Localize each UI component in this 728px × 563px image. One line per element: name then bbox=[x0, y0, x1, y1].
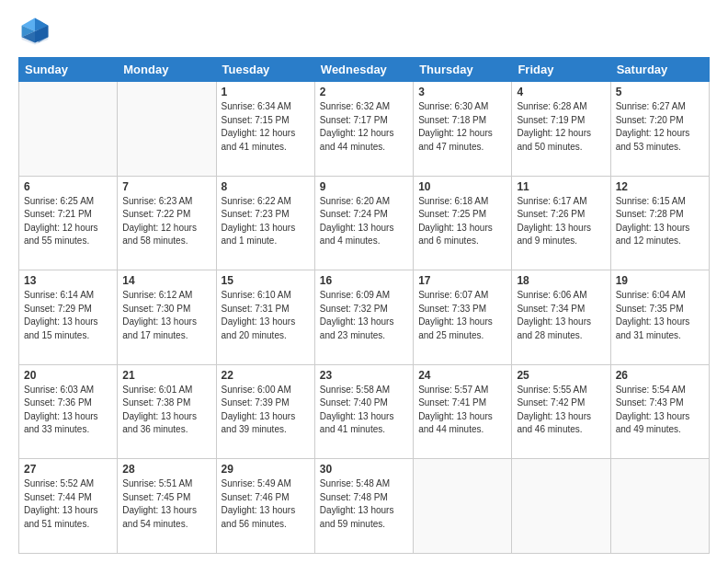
calendar-cell: 8Sunrise: 6:22 AM Sunset: 7:23 PM Daylig… bbox=[216, 176, 314, 270]
header bbox=[18, 15, 710, 48]
day-info: Sunrise: 6:34 AM Sunset: 7:15 PM Dayligh… bbox=[222, 100, 310, 154]
calendar-cell bbox=[414, 459, 512, 554]
logo-icon bbox=[18, 15, 51, 48]
calendar-cell: 24Sunrise: 5:57 AM Sunset: 7:41 PM Dayli… bbox=[414, 364, 512, 459]
calendar-cell: 20Sunrise: 6:03 AM Sunset: 7:36 PM Dayli… bbox=[19, 364, 118, 459]
day-number: 28 bbox=[122, 463, 210, 476]
calendar-table: SundayMondayTuesdayWednesdayThursdayFrid… bbox=[18, 57, 710, 554]
day-number: 4 bbox=[517, 86, 605, 98]
calendar-cell: 1Sunrise: 6:34 AM Sunset: 7:15 PM Daylig… bbox=[216, 82, 314, 177]
day-number: 15 bbox=[222, 274, 310, 287]
col-header-tuesday: Tuesday bbox=[216, 58, 314, 82]
day-info: Sunrise: 6:14 AM Sunset: 7:29 PM Dayligh… bbox=[24, 289, 112, 342]
day-info: Sunrise: 6:23 AM Sunset: 7:22 PM Dayligh… bbox=[122, 195, 210, 248]
day-number: 23 bbox=[320, 369, 408, 382]
day-info: Sunrise: 6:15 AM Sunset: 7:28 PM Dayligh… bbox=[616, 195, 704, 248]
calendar-cell: 22Sunrise: 6:00 AM Sunset: 7:39 PM Dayli… bbox=[216, 364, 314, 459]
day-number: 3 bbox=[418, 86, 506, 98]
day-info: Sunrise: 6:20 AM Sunset: 7:24 PM Dayligh… bbox=[320, 195, 408, 248]
calendar-cell: 30Sunrise: 5:48 AM Sunset: 7:48 PM Dayli… bbox=[314, 459, 413, 554]
calendar-cell: 12Sunrise: 6:15 AM Sunset: 7:28 PM Dayli… bbox=[610, 176, 709, 270]
col-header-wednesday: Wednesday bbox=[314, 58, 413, 82]
day-info: Sunrise: 6:06 AM Sunset: 7:34 PM Dayligh… bbox=[517, 289, 605, 342]
calendar-week-4: 20Sunrise: 6:03 AM Sunset: 7:36 PM Dayli… bbox=[19, 364, 710, 459]
day-number: 16 bbox=[320, 274, 408, 287]
day-number: 29 bbox=[222, 463, 310, 476]
calendar-cell: 3Sunrise: 6:30 AM Sunset: 7:18 PM Daylig… bbox=[414, 82, 512, 177]
day-info: Sunrise: 5:49 AM Sunset: 7:46 PM Dayligh… bbox=[222, 477, 310, 531]
day-number: 24 bbox=[418, 369, 506, 382]
day-number: 5 bbox=[616, 86, 704, 98]
day-number: 26 bbox=[616, 369, 704, 382]
day-info: Sunrise: 5:54 AM Sunset: 7:43 PM Dayligh… bbox=[616, 384, 704, 437]
day-info: Sunrise: 6:10 AM Sunset: 7:31 PM Dayligh… bbox=[222, 289, 310, 342]
day-info: Sunrise: 6:01 AM Sunset: 7:38 PM Dayligh… bbox=[122, 384, 210, 437]
day-info: Sunrise: 6:28 AM Sunset: 7:19 PM Dayligh… bbox=[517, 100, 605, 154]
day-info: Sunrise: 5:55 AM Sunset: 7:42 PM Dayligh… bbox=[517, 384, 605, 437]
calendar-cell: 5Sunrise: 6:27 AM Sunset: 7:20 PM Daylig… bbox=[610, 82, 709, 177]
calendar-week-5: 27Sunrise: 5:52 AM Sunset: 7:44 PM Dayli… bbox=[19, 459, 710, 554]
calendar-cell: 17Sunrise: 6:07 AM Sunset: 7:33 PM Dayli… bbox=[414, 270, 512, 365]
col-header-saturday: Saturday bbox=[610, 58, 709, 82]
calendar-cell: 25Sunrise: 5:55 AM Sunset: 7:42 PM Dayli… bbox=[512, 364, 610, 459]
day-number: 13 bbox=[24, 274, 112, 287]
day-number: 25 bbox=[517, 369, 605, 382]
calendar-week-2: 6Sunrise: 6:25 AM Sunset: 7:21 PM Daylig… bbox=[19, 176, 710, 270]
calendar-cell: 23Sunrise: 5:58 AM Sunset: 7:40 PM Dayli… bbox=[314, 364, 413, 459]
day-number: 27 bbox=[24, 463, 112, 476]
calendar-cell bbox=[610, 459, 709, 554]
day-number: 7 bbox=[122, 180, 210, 193]
day-info: Sunrise: 6:12 AM Sunset: 7:30 PM Dayligh… bbox=[122, 289, 210, 342]
calendar-week-1: 1Sunrise: 6:34 AM Sunset: 7:15 PM Daylig… bbox=[19, 82, 710, 177]
calendar-header-row: SundayMondayTuesdayWednesdayThursdayFrid… bbox=[19, 58, 710, 82]
day-number: 12 bbox=[616, 180, 704, 193]
calendar-cell: 16Sunrise: 6:09 AM Sunset: 7:32 PM Dayli… bbox=[314, 270, 413, 365]
day-info: Sunrise: 6:27 AM Sunset: 7:20 PM Dayligh… bbox=[616, 100, 704, 154]
day-number: 20 bbox=[24, 369, 112, 382]
calendar-cell: 19Sunrise: 6:04 AM Sunset: 7:35 PM Dayli… bbox=[610, 270, 709, 365]
day-number: 17 bbox=[418, 274, 506, 287]
calendar-cell: 15Sunrise: 6:10 AM Sunset: 7:31 PM Dayli… bbox=[216, 270, 314, 365]
calendar-cell: 27Sunrise: 5:52 AM Sunset: 7:44 PM Dayli… bbox=[19, 459, 118, 554]
day-number: 22 bbox=[222, 369, 310, 382]
day-info: Sunrise: 5:58 AM Sunset: 7:40 PM Dayligh… bbox=[320, 384, 408, 437]
calendar-cell: 11Sunrise: 6:17 AM Sunset: 7:26 PM Dayli… bbox=[512, 176, 610, 270]
day-info: Sunrise: 6:32 AM Sunset: 7:17 PM Dayligh… bbox=[320, 100, 408, 154]
col-header-thursday: Thursday bbox=[414, 58, 512, 82]
day-info: Sunrise: 6:17 AM Sunset: 7:26 PM Dayligh… bbox=[517, 195, 605, 248]
logo bbox=[18, 15, 57, 48]
day-number: 30 bbox=[320, 463, 408, 476]
day-number: 11 bbox=[517, 180, 605, 193]
day-info: Sunrise: 6:04 AM Sunset: 7:35 PM Dayligh… bbox=[616, 289, 704, 342]
day-number: 1 bbox=[222, 86, 310, 98]
calendar-cell: 29Sunrise: 5:49 AM Sunset: 7:46 PM Dayli… bbox=[216, 459, 314, 554]
calendar-cell: 18Sunrise: 6:06 AM Sunset: 7:34 PM Dayli… bbox=[512, 270, 610, 365]
day-info: Sunrise: 6:30 AM Sunset: 7:18 PM Dayligh… bbox=[418, 100, 506, 154]
calendar-cell: 9Sunrise: 6:20 AM Sunset: 7:24 PM Daylig… bbox=[314, 176, 413, 270]
day-info: Sunrise: 6:00 AM Sunset: 7:39 PM Dayligh… bbox=[222, 384, 310, 437]
day-info: Sunrise: 6:25 AM Sunset: 7:21 PM Dayligh… bbox=[24, 195, 112, 248]
day-number: 21 bbox=[122, 369, 210, 382]
day-number: 19 bbox=[616, 274, 704, 287]
day-info: Sunrise: 5:57 AM Sunset: 7:41 PM Dayligh… bbox=[418, 384, 506, 437]
day-info: Sunrise: 5:48 AM Sunset: 7:48 PM Dayligh… bbox=[320, 477, 408, 531]
col-header-monday: Monday bbox=[118, 58, 216, 82]
calendar-cell bbox=[118, 82, 216, 177]
calendar-cell: 21Sunrise: 6:01 AM Sunset: 7:38 PM Dayli… bbox=[118, 364, 216, 459]
col-header-sunday: Sunday bbox=[19, 58, 118, 82]
calendar-cell: 10Sunrise: 6:18 AM Sunset: 7:25 PM Dayli… bbox=[414, 176, 512, 270]
calendar-cell bbox=[19, 82, 118, 177]
day-number: 9 bbox=[320, 180, 408, 193]
day-number: 6 bbox=[24, 180, 112, 193]
day-info: Sunrise: 6:18 AM Sunset: 7:25 PM Dayligh… bbox=[418, 195, 506, 248]
calendar-week-3: 13Sunrise: 6:14 AM Sunset: 7:29 PM Dayli… bbox=[19, 270, 710, 365]
calendar-cell: 7Sunrise: 6:23 AM Sunset: 7:22 PM Daylig… bbox=[118, 176, 216, 270]
day-info: Sunrise: 6:09 AM Sunset: 7:32 PM Dayligh… bbox=[320, 289, 408, 342]
day-number: 18 bbox=[517, 274, 605, 287]
day-info: Sunrise: 5:52 AM Sunset: 7:44 PM Dayligh… bbox=[24, 477, 112, 531]
day-number: 2 bbox=[320, 86, 408, 98]
day-number: 10 bbox=[418, 180, 506, 193]
calendar-cell: 6Sunrise: 6:25 AM Sunset: 7:21 PM Daylig… bbox=[19, 176, 118, 270]
col-header-friday: Friday bbox=[512, 58, 610, 82]
day-info: Sunrise: 6:07 AM Sunset: 7:33 PM Dayligh… bbox=[418, 289, 506, 342]
